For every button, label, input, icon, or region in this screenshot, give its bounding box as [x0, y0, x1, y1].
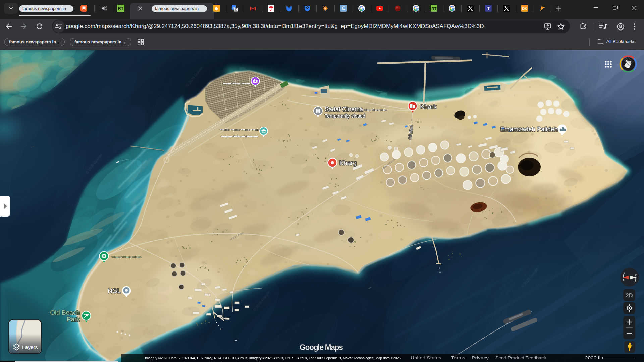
svg-text:Google Maps: Google Maps: [300, 343, 343, 352]
svg-text:Privacy: Privacy: [472, 356, 489, 360]
svg-text:RT: RT: [118, 6, 124, 11]
svg-text:Layers: Layers: [22, 344, 38, 350]
svg-text:Khark: Khark: [420, 103, 437, 110]
svg-text:NGL: NGL: [108, 287, 121, 294]
svg-text:T: T: [487, 6, 490, 11]
svg-text:Terms: Terms: [451, 356, 465, 360]
svg-text:Temporarily closed: Temporarily closed: [325, 113, 365, 119]
svg-text:Emamzadeh Palideh: Emamzadeh Palideh: [500, 126, 558, 133]
svg-text:2D: 2D: [626, 292, 633, 298]
svg-text:E: E: [324, 7, 326, 10]
svg-text:2000 ft: 2000 ft: [585, 356, 601, 360]
svg-text:Imagery ©2026 Data SIO, NOAA,: Imagery ©2026 Data SIO, NOAA, U.S. Navy,…: [145, 356, 401, 360]
svg-text:RT: RT: [432, 7, 437, 11]
svg-text:Old Beach: Old Beach: [50, 309, 80, 316]
svg-text:Park: Park: [67, 316, 80, 323]
svg-text:Send Product Feedback: Send Product Feedback: [495, 356, 546, 360]
svg-text:Sadaf Cinema: Sadaf Cinema: [325, 106, 363, 113]
svg-text:United States: United States: [411, 356, 441, 360]
svg-text:Kharg: Kharg: [339, 159, 357, 166]
svg-text:DK: DK: [522, 7, 527, 11]
